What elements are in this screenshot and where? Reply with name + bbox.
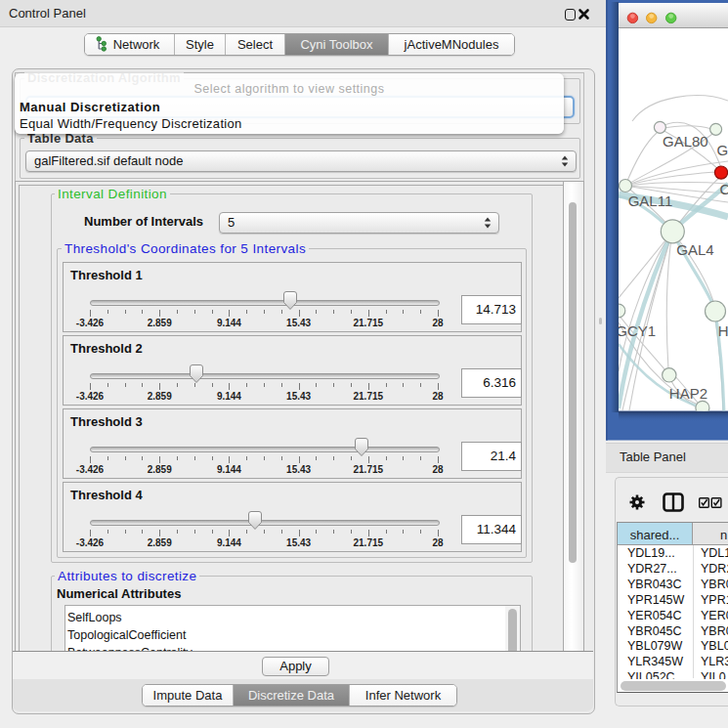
svg-text:GAL4: GAL4 <box>676 241 713 258</box>
svg-text:GAL11: GAL11 <box>628 193 673 209</box>
svg-text:GAL80: GAL80 <box>663 133 708 150</box>
svg-text:HIS: HIS <box>718 322 728 339</box>
svg-text:HAP2: HAP2 <box>669 385 707 402</box>
svg-text:GAL1: GAL1 <box>717 142 728 158</box>
svg-text:GCY1: GCY1 <box>616 322 656 339</box>
svg-text:CYC: CYC <box>720 181 728 197</box>
